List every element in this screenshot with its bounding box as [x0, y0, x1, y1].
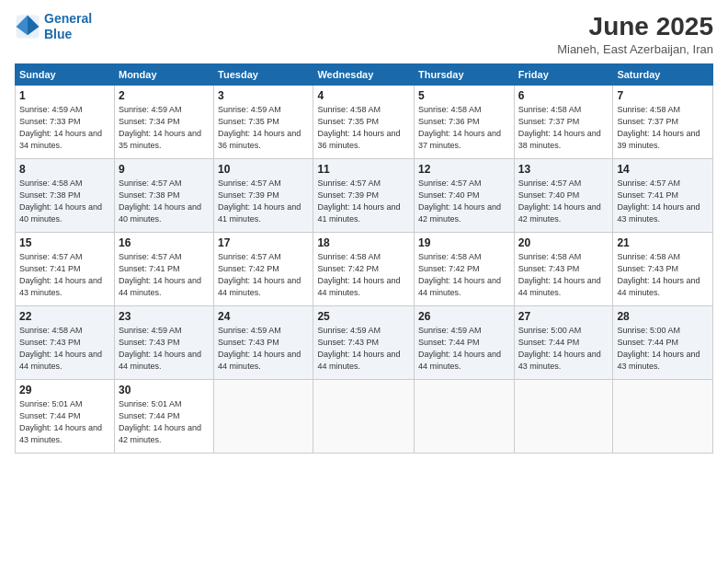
logo: General Blue	[15, 11, 92, 42]
calendar-cell: 26Sunrise: 4:59 AMSunset: 7:44 PMDayligh…	[415, 305, 515, 379]
calendar-week-4: 22Sunrise: 4:58 AMSunset: 7:43 PMDayligh…	[16, 305, 713, 379]
calendar-cell: 3Sunrise: 4:59 AMSunset: 7:35 PMDaylight…	[214, 85, 313, 158]
calendar-cell: 25Sunrise: 4:59 AMSunset: 7:43 PMDayligh…	[313, 305, 415, 379]
day-number: 8	[19, 163, 110, 176]
day-number: 26	[418, 310, 510, 323]
day-info: Sunrise: 4:57 AMSunset: 7:38 PMDaylight:…	[119, 178, 210, 225]
logo-icon	[15, 14, 40, 40]
day-info: Sunrise: 4:58 AMSunset: 7:42 PMDaylight:…	[317, 251, 410, 299]
day-header-sunday: Sunday	[16, 63, 115, 85]
day-number: 14	[617, 163, 709, 176]
day-number: 10	[218, 163, 309, 176]
day-header-saturday: Saturday	[613, 63, 713, 85]
calendar-header-row: SundayMondayTuesdayWednesdayThursdayFrid…	[16, 63, 713, 85]
day-number: 27	[518, 310, 609, 323]
calendar-cell: 6Sunrise: 4:58 AMSunset: 7:37 PMDaylight…	[514, 85, 613, 158]
day-number: 1	[19, 89, 110, 102]
calendar-cell: 23Sunrise: 4:59 AMSunset: 7:43 PMDayligh…	[114, 305, 213, 379]
day-info: Sunrise: 4:57 AMSunset: 7:39 PMDaylight:…	[317, 178, 410, 225]
day-number: 2	[119, 89, 210, 102]
calendar-cell: 28Sunrise: 5:00 AMSunset: 7:44 PMDayligh…	[613, 305, 713, 379]
calendar-cell	[514, 379, 613, 453]
calendar-week-2: 8Sunrise: 4:58 AMSunset: 7:38 PMDaylight…	[16, 158, 713, 232]
day-info: Sunrise: 4:59 AMSunset: 7:43 PMDaylight:…	[218, 325, 309, 373]
calendar-cell	[415, 379, 515, 453]
day-number: 6	[518, 89, 609, 102]
calendar-cell	[214, 379, 313, 453]
logo-text: General Blue	[44, 11, 92, 42]
day-info: Sunrise: 4:59 AMSunset: 7:33 PMDaylight:…	[19, 104, 110, 152]
header: General Blue June 2025 Mianeh, East Azer…	[15, 11, 713, 56]
day-number: 19	[418, 236, 510, 249]
calendar-cell: 4Sunrise: 4:58 AMSunset: 7:35 PMDaylight…	[313, 85, 415, 158]
calendar-cell: 14Sunrise: 4:57 AMSunset: 7:41 PMDayligh…	[613, 158, 713, 232]
day-number: 17	[218, 236, 309, 249]
calendar-cell: 2Sunrise: 4:59 AMSunset: 7:34 PMDaylight…	[114, 85, 213, 158]
calendar-week-3: 15Sunrise: 4:57 AMSunset: 7:41 PMDayligh…	[16, 232, 713, 305]
day-header-wednesday: Wednesday	[313, 63, 415, 85]
calendar-cell: 15Sunrise: 4:57 AMSunset: 7:41 PMDayligh…	[16, 232, 115, 305]
day-number: 11	[317, 163, 410, 176]
day-info: Sunrise: 4:59 AMSunset: 7:35 PMDaylight:…	[218, 104, 309, 152]
day-number: 9	[119, 163, 210, 176]
day-number: 18	[317, 236, 410, 249]
day-number: 12	[418, 163, 510, 176]
day-header-friday: Friday	[514, 63, 613, 85]
calendar-week-1: 1Sunrise: 4:59 AMSunset: 7:33 PMDaylight…	[16, 85, 713, 158]
calendar-cell: 1Sunrise: 4:59 AMSunset: 7:33 PMDaylight…	[16, 85, 115, 158]
day-info: Sunrise: 4:57 AMSunset: 7:41 PMDaylight:…	[19, 251, 110, 299]
day-info: Sunrise: 4:58 AMSunset: 7:36 PMDaylight:…	[418, 104, 510, 152]
calendar-cell: 5Sunrise: 4:58 AMSunset: 7:36 PMDaylight…	[415, 85, 515, 158]
day-info: Sunrise: 4:59 AMSunset: 7:43 PMDaylight:…	[317, 325, 410, 373]
day-info: Sunrise: 4:57 AMSunset: 7:41 PMDaylight:…	[617, 178, 709, 225]
calendar-cell: 30Sunrise: 5:01 AMSunset: 7:44 PMDayligh…	[114, 379, 213, 453]
calendar-cell: 10Sunrise: 4:57 AMSunset: 7:39 PMDayligh…	[214, 158, 313, 232]
day-number: 21	[617, 236, 709, 249]
calendar-cell: 13Sunrise: 4:57 AMSunset: 7:40 PMDayligh…	[514, 158, 613, 232]
subtitle: Mianeh, East Azerbaijan, Iran	[557, 42, 713, 56]
calendar-cell: 29Sunrise: 5:01 AMSunset: 7:44 PMDayligh…	[16, 379, 115, 453]
page: General Blue June 2025 Mianeh, East Azer…	[0, 0, 728, 563]
day-info: Sunrise: 4:58 AMSunset: 7:42 PMDaylight:…	[418, 251, 510, 299]
calendar-cell: 18Sunrise: 4:58 AMSunset: 7:42 PMDayligh…	[313, 232, 415, 305]
day-header-tuesday: Tuesday	[214, 63, 313, 85]
calendar-cell: 22Sunrise: 4:58 AMSunset: 7:43 PMDayligh…	[16, 305, 115, 379]
day-number: 13	[518, 163, 609, 176]
calendar-cell: 24Sunrise: 4:59 AMSunset: 7:43 PMDayligh…	[214, 305, 313, 379]
day-info: Sunrise: 4:57 AMSunset: 7:40 PMDaylight:…	[518, 178, 609, 225]
day-info: Sunrise: 4:58 AMSunset: 7:43 PMDaylight:…	[617, 251, 709, 299]
day-info: Sunrise: 4:58 AMSunset: 7:35 PMDaylight:…	[317, 104, 410, 152]
day-info: Sunrise: 4:58 AMSunset: 7:43 PMDaylight:…	[518, 251, 609, 299]
day-info: Sunrise: 5:00 AMSunset: 7:44 PMDaylight:…	[518, 325, 609, 373]
day-number: 28	[617, 310, 709, 323]
calendar-cell: 21Sunrise: 4:58 AMSunset: 7:43 PMDayligh…	[613, 232, 713, 305]
day-info: Sunrise: 5:01 AMSunset: 7:44 PMDaylight:…	[119, 398, 210, 446]
day-info: Sunrise: 4:58 AMSunset: 7:37 PMDaylight:…	[617, 104, 709, 152]
calendar-cell	[313, 379, 415, 453]
calendar-cell: 7Sunrise: 4:58 AMSunset: 7:37 PMDaylight…	[613, 85, 713, 158]
day-number: 5	[418, 89, 510, 102]
day-number: 15	[19, 236, 110, 249]
calendar-table: SundayMondayTuesdayWednesdayThursdayFrid…	[15, 63, 713, 454]
day-number: 24	[218, 310, 309, 323]
day-number: 22	[19, 310, 110, 323]
day-info: Sunrise: 4:57 AMSunset: 7:41 PMDaylight:…	[119, 251, 210, 299]
day-info: Sunrise: 4:58 AMSunset: 7:38 PMDaylight:…	[19, 178, 110, 225]
day-info: Sunrise: 4:58 AMSunset: 7:43 PMDaylight:…	[19, 325, 110, 373]
day-number: 4	[317, 89, 410, 102]
day-number: 16	[119, 236, 210, 249]
day-number: 23	[119, 310, 210, 323]
day-info: Sunrise: 4:59 AMSunset: 7:34 PMDaylight:…	[119, 104, 210, 152]
calendar-cell: 19Sunrise: 4:58 AMSunset: 7:42 PMDayligh…	[415, 232, 515, 305]
day-info: Sunrise: 4:57 AMSunset: 7:40 PMDaylight:…	[418, 178, 510, 225]
calendar-cell: 17Sunrise: 4:57 AMSunset: 7:42 PMDayligh…	[214, 232, 313, 305]
calendar-cell: 27Sunrise: 5:00 AMSunset: 7:44 PMDayligh…	[514, 305, 613, 379]
calendar-cell: 9Sunrise: 4:57 AMSunset: 7:38 PMDaylight…	[114, 158, 213, 232]
calendar-cell: 12Sunrise: 4:57 AMSunset: 7:40 PMDayligh…	[415, 158, 515, 232]
day-info: Sunrise: 4:57 AMSunset: 7:39 PMDaylight:…	[218, 178, 309, 225]
day-header-thursday: Thursday	[415, 63, 515, 85]
calendar-cell: 20Sunrise: 4:58 AMSunset: 7:43 PMDayligh…	[514, 232, 613, 305]
calendar-cell	[613, 379, 713, 453]
calendar-cell: 8Sunrise: 4:58 AMSunset: 7:38 PMDaylight…	[16, 158, 115, 232]
day-number: 7	[617, 89, 709, 102]
